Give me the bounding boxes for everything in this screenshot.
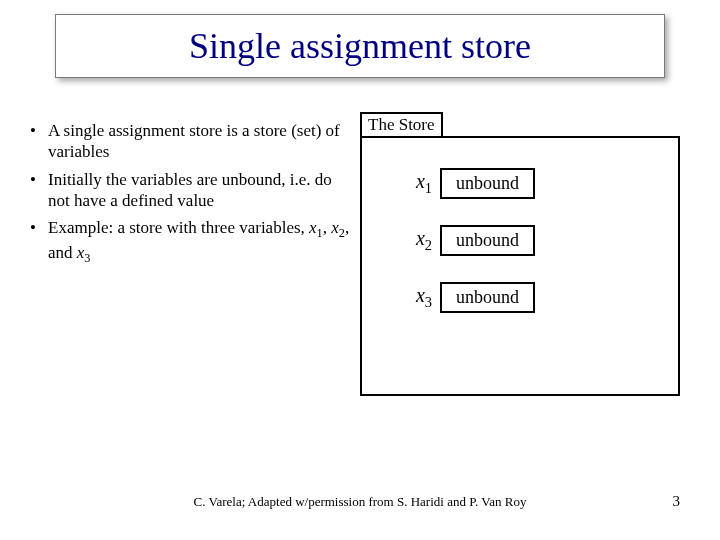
slide: Single assignment store • A single assig… — [0, 0, 720, 540]
slide-title: Single assignment store — [189, 25, 531, 67]
bullet-marker: • — [30, 120, 48, 163]
bullet-item: • Initially the variables are unbound, i… — [30, 169, 350, 212]
var-x2-sub: 2 — [339, 226, 345, 240]
bullet-item: • Example: a store with three variables,… — [30, 217, 350, 266]
title-container: Single assignment store — [55, 14, 665, 78]
variable-row: x2 unbound — [380, 225, 660, 256]
var-x2: x — [331, 218, 339, 237]
variable-name: x1 — [380, 170, 440, 197]
bullet-item: • A single assignment store is a store (… — [30, 120, 350, 163]
var-x3-sub: 3 — [84, 251, 90, 265]
content-area: • A single assignment store is a store (… — [30, 120, 690, 272]
var-x1-sub: 1 — [317, 226, 323, 240]
variable-row: x1 unbound — [380, 168, 660, 199]
bullet-text: A single assignment store is a store (se… — [48, 120, 350, 163]
variable-value-box: unbound — [440, 282, 535, 313]
bullet-marker: • — [30, 217, 48, 266]
bullet-text: Initially the variables are unbound, i.e… — [48, 169, 350, 212]
bullet-marker: • — [30, 169, 48, 212]
bullet-text: Example: a store with three variables, x… — [48, 217, 350, 266]
variable-value-box: unbound — [440, 168, 535, 199]
variable-name: x3 — [380, 284, 440, 311]
store-label: The Store — [360, 112, 443, 138]
page-number: 3 — [673, 493, 681, 510]
bullet-list: • A single assignment store is a store (… — [30, 120, 350, 272]
store-box: x1 unbound x2 unbound x3 unbound — [360, 136, 680, 396]
variable-row: x3 unbound — [380, 282, 660, 313]
var-x1: x — [309, 218, 317, 237]
diagram-area: The Store x1 unbound x2 unbound x3 unbou… — [350, 120, 690, 272]
variable-value-box: unbound — [440, 225, 535, 256]
footer-credit: C. Varela; Adapted w/permission from S. … — [0, 494, 720, 510]
variable-name: x2 — [380, 227, 440, 254]
bullet-text-prefix: Example: a store with three variables, — [48, 218, 309, 237]
